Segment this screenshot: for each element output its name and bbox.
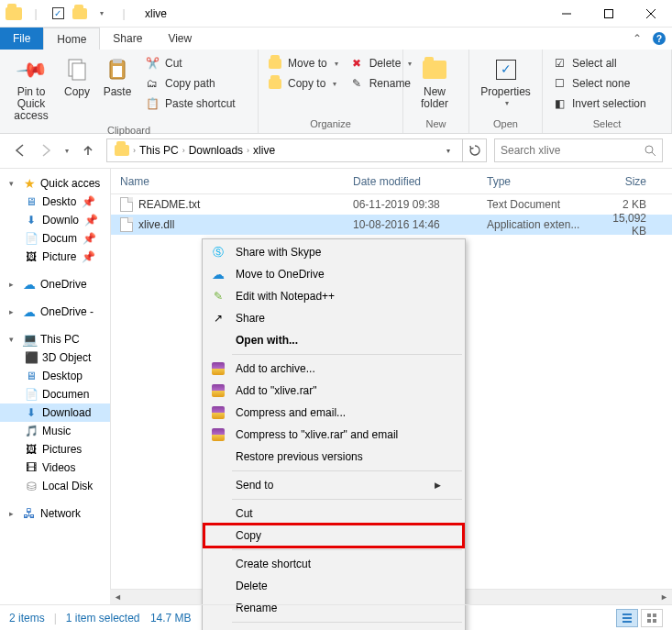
qat-properties-icon[interactable]: ✓: [48, 4, 68, 24]
file-row[interactable]: README.txt 06-11-2019 09:38 Text Documen…: [111, 194, 672, 215]
view-details-button[interactable]: [616, 609, 638, 627]
ribbon-group-label: New: [403, 118, 468, 133]
winrar-icon: [210, 360, 226, 377]
cut-button[interactable]: ✂️ Cut: [141, 53, 239, 73]
maximize-button[interactable]: [588, 0, 630, 28]
sidebar-item-pictures2[interactable]: 🖼Pictures: [0, 440, 110, 459]
quick-access-toolbar: | ✓ ▾ |: [0, 4, 138, 24]
sidebar-item-documents[interactable]: 📄Docum📌: [0, 229, 110, 248]
sidebar-item-quick-access[interactable]: ▾★Quick acces: [0, 174, 110, 193]
cloud-icon: ☁: [210, 266, 226, 282]
tab-file[interactable]: File: [0, 28, 43, 50]
ctx-copy[interactable]: Copy: [204, 525, 463, 547]
address-dropdown-icon[interactable]: ▾: [438, 140, 458, 160]
address-bar[interactable]: › This PC › Downloads › xlive ▾: [106, 138, 463, 162]
sidebar-item-music[interactable]: 🎵Music: [0, 422, 110, 440]
ctx-open-with[interactable]: Open with...: [204, 329, 463, 351]
ctx-edit-notepadpp[interactable]: ✎Edit with Notepad++: [204, 285, 463, 307]
ribbon-collapse-icon[interactable]: ⌃: [628, 28, 646, 50]
breadcrumb-downloads[interactable]: Downloads: [185, 144, 247, 157]
column-type[interactable]: Type: [478, 175, 589, 188]
move-to-button[interactable]: Move to▾: [264, 53, 342, 73]
ctx-share[interactable]: ↗Share: [204, 307, 463, 329]
ctx-add-xlive-rar[interactable]: Add to "xlive.rar": [204, 380, 463, 402]
paste-button[interactable]: Paste: [97, 53, 138, 100]
ctx-separator: [232, 470, 462, 471]
refresh-button[interactable]: [463, 138, 487, 162]
paste-shortcut-button[interactable]: 📋 Paste shortcut: [141, 94, 239, 114]
sidebar-item-desktop2[interactable]: 🖥Desktop: [0, 367, 110, 385]
qat-dropdown-icon[interactable]: ▾: [92, 4, 112, 24]
svg-rect-12: [622, 617, 632, 619]
close-icon: [646, 9, 655, 18]
copy-path-button[interactable]: 🗂 Copy path: [141, 73, 239, 94]
sidebar-item-local-disk[interactable]: ⛁Local Disk: [0, 477, 110, 495]
ctx-move-onedrive[interactable]: ☁Move to OneDrive: [204, 263, 463, 285]
sidebar-item-network[interactable]: ▸🖧Network: [0, 504, 110, 523]
sidebar-item-videos[interactable]: 🎞Videos: [0, 459, 110, 477]
move-to-icon: [268, 56, 282, 71]
picture-icon: 🖼: [24, 249, 39, 264]
scroll-left-icon[interactable]: ◄: [110, 590, 126, 605]
search-input[interactable]: [501, 144, 638, 157]
status-selected-size: 14.7 MB: [150, 612, 192, 624]
breadcrumb-xlive[interactable]: xlive: [249, 144, 279, 157]
pin-quick-access-button[interactable]: 📌 Pin to Quick access: [6, 53, 57, 125]
select-none-button[interactable]: ☐ Select none: [548, 73, 650, 94]
ribbon-group-label: Open: [469, 118, 542, 133]
sidebar-item-documents2[interactable]: 📄Documen: [0, 385, 110, 403]
new-folder-button[interactable]: New folder: [409, 53, 460, 112]
details-view-icon: [622, 613, 633, 624]
tab-share[interactable]: Share: [100, 28, 155, 50]
ctx-compress-email[interactable]: Compress and email...: [204, 402, 463, 424]
svg-rect-11: [622, 613, 632, 615]
tab-view[interactable]: View: [155, 28, 204, 50]
forward-button[interactable]: [35, 139, 57, 161]
recent-dropdown[interactable]: ▾: [61, 139, 73, 161]
folder-icon[interactable]: [4, 4, 24, 24]
star-icon: ★: [22, 176, 37, 191]
sidebar-item-onedrive[interactable]: ▸☁OneDrive: [0, 275, 110, 293]
tab-home[interactable]: Home: [43, 28, 100, 50]
copy-to-button[interactable]: Copy to▾: [264, 73, 342, 94]
search-box[interactable]: [494, 138, 663, 162]
select-all-button[interactable]: ☑ Select all: [548, 53, 650, 73]
properties-button[interactable]: ✓ Properties▾: [475, 53, 536, 110]
close-button[interactable]: [630, 0, 672, 28]
ctx-add-archive[interactable]: Add to archive...: [204, 358, 463, 380]
sidebar-item-onedrive2[interactable]: ▸☁OneDrive -: [0, 303, 110, 321]
column-size[interactable]: Size: [589, 175, 672, 188]
breadcrumb-this-pc[interactable]: This PC: [136, 144, 182, 157]
ctx-compress-xlive-email[interactable]: Compress to "xlive.rar" and email: [204, 424, 463, 446]
title-bar: | ✓ ▾ | xlive: [0, 0, 672, 28]
sidebar-item-3d-objects[interactable]: ⬛3D Object: [0, 348, 110, 367]
ctx-share-skype[interactable]: ⓈShare with Skype: [204, 241, 463, 263]
thumbnails-view-icon: [646, 613, 657, 624]
ctx-cut[interactable]: Cut: [204, 503, 463, 525]
sidebar-item-pictures[interactable]: 🖼Picture📌: [0, 248, 110, 266]
scroll-right-icon[interactable]: ►: [656, 590, 672, 605]
sidebar-item-downloads2[interactable]: ⬇Download: [0, 403, 110, 422]
column-name[interactable]: Name: [111, 175, 344, 188]
qat-newfolder-icon[interactable]: [70, 4, 90, 24]
desktop-icon: 🖥: [24, 369, 39, 383]
sidebar-item-downloads[interactable]: ⬇Downlo📌: [0, 211, 110, 229]
back-button[interactable]: [9, 139, 31, 161]
svg-rect-5: [72, 63, 85, 80]
invert-selection-button[interactable]: ◧ Invert selection: [548, 94, 650, 114]
copy-button[interactable]: Copy: [57, 53, 97, 100]
file-row[interactable]: xlive.dll 10-08-2016 14:46 Application e…: [111, 215, 672, 235]
sidebar-item-desktop[interactable]: 🖥Deskto📌: [0, 193, 110, 211]
column-date[interactable]: Date modified: [344, 175, 478, 188]
minimize-button[interactable]: [545, 0, 588, 28]
ctx-restore-versions[interactable]: Restore previous versions: [204, 446, 463, 468]
download-icon: ⬇: [24, 405, 39, 420]
ctx-create-shortcut[interactable]: Create shortcut: [204, 553, 463, 575]
document-icon: 📄: [24, 387, 39, 402]
sidebar-item-this-pc[interactable]: ▾💻This PC: [0, 330, 110, 348]
view-thumbnails-button[interactable]: [641, 609, 663, 627]
ctx-send-to[interactable]: Send to▶: [204, 474, 463, 496]
ctx-delete[interactable]: Delete: [204, 575, 463, 597]
help-button[interactable]: ?: [646, 28, 672, 50]
up-button[interactable]: [77, 139, 99, 161]
